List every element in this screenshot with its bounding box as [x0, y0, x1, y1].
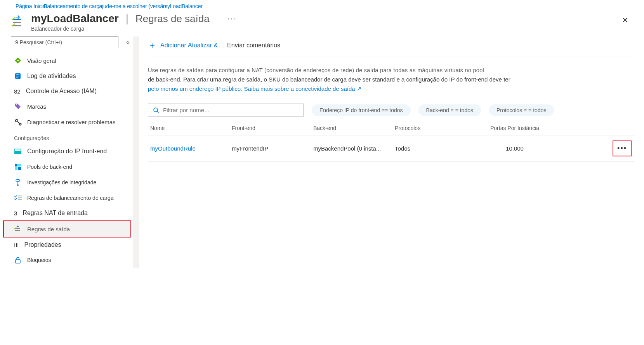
name-filter-text[interactable]	[163, 107, 299, 113]
nat-prefix: 3	[14, 210, 17, 217]
table-header: Nome Front-end Back-end Protocolos Porta…	[148, 121, 635, 135]
column-header-ports[interactable]: Portas Por Instância	[478, 125, 552, 131]
lb-rules-icon	[14, 194, 22, 202]
row-context-menu-button[interactable]: •••	[613, 140, 632, 156]
sidebar-item-access-control[interactable]: 82 Controle de Acesso (IAM)	[11, 84, 131, 99]
svg-rect-18	[18, 167, 21, 170]
sidebar-item-label: Visão geral	[27, 57, 56, 64]
external-link-icon: ↗	[357, 86, 362, 92]
add-label: Adicionar	[160, 42, 186, 49]
svg-rect-16	[18, 164, 21, 166]
feedback-label: Enviar comentários	[227, 42, 280, 49]
sidebar-item-diagnose[interactable]: Diagnosticar e resolver problemas	[11, 114, 131, 130]
activity-log-icon	[14, 72, 22, 80]
frontend-ip-filter[interactable]: Endereço IP do front-end == todos	[312, 104, 411, 116]
outbound-rules-icon	[14, 225, 22, 233]
search-icon	[153, 107, 159, 113]
backend-pools-icon	[14, 163, 22, 171]
sidebar-item-label: Diagnosticar e resolver problemas	[27, 119, 116, 125]
feedback-button[interactable]: Enviar comentários	[227, 42, 280, 49]
tags-icon	[14, 102, 22, 110]
breadcrumb-item[interactable]: myLoadBalancer	[163, 3, 202, 9]
lock-icon	[14, 256, 22, 264]
resource-type-label: Balanceador de carga	[31, 26, 614, 32]
sidebar-item-label: Pools de back-end	[27, 164, 72, 170]
sidebar-item-activity-log[interactable]: Log de atividades	[11, 68, 131, 84]
sidebar: 9 Pesquisar (Ctrl+/) « Visão geral Log d…	[0, 36, 133, 268]
svg-point-21	[17, 184, 19, 186]
search-placeholder-text: Pesquisar (Ctrl+/)	[20, 39, 62, 45]
page-section: Regras de saída	[135, 13, 210, 25]
svg-rect-15	[15, 164, 17, 166]
learn-more-link[interactable]: Saiba mais sobre a conectividade de saíd…	[244, 85, 355, 92]
breadcrumb-item[interactable]: Balanceamento de carga	[43, 3, 102, 9]
breadcrumb-item[interactable]: ajude-me a escolher (versão	[99, 3, 166, 9]
sidebar-item-overview[interactable]: Visão geral	[11, 53, 131, 68]
close-button[interactable]: ✕	[614, 12, 636, 28]
add-button[interactable]: ＋ Adicionar Atualizar &	[148, 40, 218, 51]
sidebar-item-label: Investigações de integridade	[27, 179, 96, 186]
rule-name-link[interactable]: myOutboundRule	[150, 145, 196, 152]
cell-backend: myBackendPool (0 insta...	[313, 145, 395, 152]
plus-icon: ＋	[148, 40, 156, 51]
cell-ports: 10.000	[478, 145, 552, 152]
title-separator: |	[126, 12, 128, 25]
page-title: myLoadBalancer	[31, 12, 119, 25]
svg-rect-9	[16, 77, 18, 78]
column-header-frontend[interactable]: Front-end	[232, 125, 313, 131]
svg-line-29	[157, 111, 159, 113]
svg-rect-8	[16, 76, 19, 76]
sidebar-item-label: Regras de balanceamento de carga	[27, 195, 114, 201]
name-filter-input[interactable]	[148, 104, 304, 116]
command-bar: ＋ Adicionar Atualizar & Enviar comentári…	[148, 36, 635, 57]
sidebar-item-outbound-rules[interactable]: Regras de saída	[3, 220, 131, 238]
scrollbar[interactable]	[133, 36, 138, 268]
sidebar-item-label: Configuração do IP front-end	[27, 148, 107, 155]
iam-prefix: 82	[14, 88, 21, 95]
backend-filter[interactable]: Back-end = = todos	[418, 104, 481, 116]
svg-point-28	[154, 108, 158, 112]
sidebar-item-lb-rules[interactable]: Regras de balanceamento de carga	[11, 190, 131, 206]
sidebar-item-tags[interactable]: Marcas	[11, 99, 131, 114]
svg-rect-7	[16, 75, 19, 75]
breadcrumb-item[interactable]: Página Inicial	[16, 3, 47, 9]
sidebar-item-label: Regras NAT de entrada	[23, 210, 88, 217]
column-header-protocol[interactable]: Protocolos	[395, 125, 478, 131]
sidebar-section-settings: Configurações	[11, 130, 131, 144]
sidebar-search-input[interactable]: 9 Pesquisar (Ctrl+/)	[11, 36, 118, 48]
breadcrumb: Página Inicial Balanceamento de carga aj…	[0, 0, 644, 11]
column-header-backend[interactable]: Back-end	[313, 125, 395, 131]
diagnose-icon	[14, 118, 22, 126]
main-content: ＋ Adicionar Atualizar & Enviar comentári…	[138, 36, 644, 268]
description-text: de back-end. Para criar uma regra de saí…	[148, 76, 510, 83]
svg-rect-17	[15, 167, 17, 170]
overview-icon	[14, 57, 22, 64]
column-header-name[interactable]: Nome	[148, 125, 232, 131]
properties-prefix: III	[14, 242, 19, 248]
sidebar-item-locks[interactable]: Bloqueios	[11, 252, 131, 268]
refresh-label: Atualizar &	[188, 42, 218, 49]
load-balancer-icon	[11, 15, 25, 29]
protocol-filter[interactable]: Protocolos = = todos	[489, 104, 554, 116]
search-prefix: 9	[15, 39, 18, 45]
sidebar-item-backend-pools[interactable]: Pools de back-end	[11, 159, 131, 175]
collapse-sidebar-button[interactable]: «	[125, 37, 131, 47]
frontend-ip-icon	[14, 147, 22, 155]
sidebar-item-label: Propriedades	[24, 241, 61, 248]
sidebar-item-label: Controle de Acesso (IAM)	[26, 88, 97, 95]
public-ip-link[interactable]: pelo menos um endereço IP público.	[148, 85, 242, 92]
sidebar-item-inbound-nat[interactable]: 3 Regras NAT de entrada	[11, 206, 131, 220]
svg-point-19	[16, 180, 20, 182]
table-row[interactable]: myOutboundRule myFrontendIP myBackendPoo…	[148, 135, 635, 162]
sidebar-item-frontend-ip[interactable]: Configuração do IP front-end	[11, 144, 131, 159]
svg-rect-5	[17, 60, 19, 61]
cell-protocol: Todos	[395, 145, 478, 152]
more-actions-button[interactable]: ···	[227, 14, 237, 24]
sidebar-item-label: Regras de saída	[27, 226, 70, 232]
svg-rect-27	[16, 260, 20, 263]
sidebar-item-properties[interactable]: III Propriedades	[11, 238, 131, 252]
sidebar-item-label: Bloqueios	[27, 257, 51, 263]
description-text: Use regras de saídas para configurar a N…	[148, 67, 484, 73]
page-header: myLoadBalancer | Regras de saída ··· Bal…	[0, 11, 644, 36]
sidebar-item-health-probes[interactable]: Investigações de integridade	[11, 175, 131, 190]
